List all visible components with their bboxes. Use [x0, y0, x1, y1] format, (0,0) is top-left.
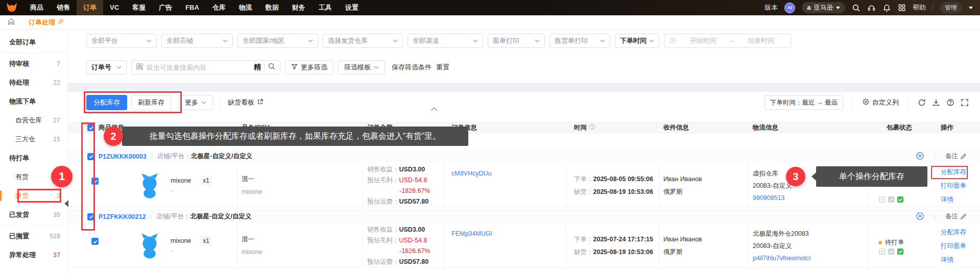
nav-item-ads[interactable]: 广告 [152, 0, 179, 15]
sidebar-group-logistics-order[interactable]: 物流下单 [0, 92, 67, 111]
count-badge: 7 [57, 60, 60, 67]
search-icon[interactable] [852, 4, 861, 12]
order-number-link[interactable]: cM8VHcyDUu [451, 167, 561, 180]
order-number-link[interactable]: FEMp34MUGl [451, 228, 561, 240]
sidebar-item-pending-review[interactable]: 待审核 7 [0, 54, 67, 73]
print-label-link[interactable]: 打印面单 [941, 239, 976, 253]
sidebar-item-on-hold[interactable]: 已搁置 518 [0, 227, 67, 245]
detail-link[interactable]: 详情 [941, 253, 976, 267]
country-select[interactable]: 全部国家/地区 [237, 34, 318, 48]
refresh-stock-button[interactable]: 刷新库存 [131, 95, 171, 110]
marketplace-selector[interactable]: a 亚马逊 [802, 2, 845, 13]
exact-match-toggle[interactable]: 精 [254, 63, 261, 72]
ai-assistant-button[interactable]: AI [784, 3, 795, 13]
more-filters-button[interactable]: 更多筛选 [285, 60, 333, 74]
help-label[interactable]: 帮助 [913, 3, 926, 12]
help-circle-icon[interactable] [946, 98, 954, 107]
sort-order-button[interactable]: 下单时间：最近 → 最远 [764, 95, 843, 110]
search-icon[interactable] [268, 62, 276, 72]
sidebar-collapse-arrow-icon[interactable] [64, 200, 68, 207]
export-download-icon[interactable] [932, 98, 940, 107]
pin-icon[interactable] [57, 18, 64, 27]
allocate-stock-button[interactable]: 分配库存 [86, 95, 127, 110]
warehouse-select[interactable]: 选择发货仓库 [323, 34, 403, 48]
add-circle-icon[interactable] [916, 212, 924, 222]
annotation-step-1: 1 [51, 166, 73, 187]
sale-label: 销售收益： [367, 164, 399, 175]
nav-item-fba[interactable]: FBA [179, 0, 206, 15]
headset-icon[interactable] [867, 4, 876, 12]
channel-select[interactable]: 全部渠道 [408, 34, 483, 48]
nav-item-orders[interactable]: 订单 [77, 0, 103, 15]
divider [0, 225, 67, 226]
chevron-down-icon[interactable] [969, 7, 973, 11]
sku-code: mixone [242, 186, 358, 198]
nav-item-finance[interactable]: 财务 [285, 0, 312, 15]
more-actions-button[interactable]: 更多 [178, 95, 213, 110]
detail-link[interactable]: 详情 [941, 193, 976, 207]
sidebar-item-pending-process[interactable]: 待处理 22 [0, 73, 67, 92]
package-id-link[interactable]: P1ZUKKK00003 [99, 153, 147, 160]
top-nav: 商品 销售 订单 VC 客服 广告 FBA 仓库 物流 数据 财务 工具 设置 … [0, 0, 980, 15]
sidebar-item-shipped[interactable]: 已发货 35 [0, 205, 67, 224]
nav-item-logistics[interactable]: 物流 [232, 0, 259, 15]
sidebar-item-all-orders[interactable]: 全部订单 [0, 33, 67, 52]
header-package-status: 包裹状态 [868, 123, 935, 132]
date-range-input[interactable]: 开始时间 ~ 结束时间 [664, 34, 791, 48]
nav-item-tools[interactable]: 工具 [312, 0, 339, 15]
store-select[interactable]: 全部店铺 [161, 34, 233, 48]
apps-grid-icon[interactable] [898, 4, 906, 12]
sidebar-item-own-warehouse[interactable]: 自营仓库 27 [0, 111, 67, 130]
reset-filter-button[interactable]: 重置 [436, 63, 449, 72]
row-checkbox[interactable] [87, 213, 94, 220]
filter-template-button[interactable]: 筛选模板 [338, 60, 385, 74]
ordered-time: 2025-08-05 09:55:06 [593, 173, 653, 186]
profit-label: 预估毛利： [367, 235, 399, 246]
sidebar-item-third-party-warehouse[interactable]: 三方仓 15 [0, 130, 67, 148]
platform-select[interactable]: 全部平台 [86, 34, 157, 48]
print-label-link[interactable]: 打印面单 [941, 179, 976, 193]
select-all-checkbox[interactable] [87, 124, 94, 131]
custom-columns-button[interactable]: 自定义列 [862, 98, 899, 107]
row-checkbox[interactable] [87, 153, 94, 160]
time-type-select[interactable]: 下单时间 [615, 34, 659, 48]
add-circle-icon[interactable] [916, 152, 924, 162]
search-input[interactable] [147, 64, 251, 71]
sidebar-item-exceptions[interactable]: 异常处理 37 [0, 245, 67, 264]
sidebar-item-out-of-stock[interactable]: 缺货 2 [0, 186, 67, 205]
nav-item-warehouse[interactable]: 仓库 [206, 0, 232, 15]
tracking-number-link[interactable]: p4il7ihlu7vfneomotci [753, 252, 864, 264]
nav-item-service[interactable]: 客服 [126, 0, 152, 15]
note-button[interactable]: 备注 [945, 152, 967, 161]
picklist-print-select[interactable]: 拣货单打印 [549, 34, 610, 48]
version-label[interactable]: 版本 [764, 3, 778, 12]
tab-order-processing[interactable]: 订单处理 [22, 18, 70, 27]
nav-item-vc[interactable]: VC [103, 0, 126, 15]
row-checkbox[interactable] [91, 238, 99, 245]
notifications-bell-icon[interactable] [882, 4, 891, 12]
filter-row-1: 全部平台 全部店铺 全部国家/地区 选择发货仓库 全部渠道 [86, 34, 970, 48]
nav-item-products[interactable]: 商品 [23, 0, 50, 15]
package-id-link[interactable]: P1ZFKKK00212 [99, 213, 146, 220]
allocate-stock-link[interactable]: 分配库存 [941, 165, 976, 179]
row-checkbox[interactable] [91, 178, 99, 185]
label-print-select[interactable]: 面单打印 [488, 34, 545, 48]
select-value: 面单打印 [493, 36, 535, 45]
account-button[interactable]: 管理 [940, 2, 962, 14]
fullscreen-icon[interactable] [961, 98, 969, 107]
batch-qr-icon[interactable] [136, 63, 144, 72]
collapse-filters-button[interactable] [431, 104, 438, 113]
order-no-select[interactable]: 订单号 [86, 60, 127, 74]
refresh-icon[interactable] [918, 98, 926, 107]
nav-item-sales[interactable]: 销售 [50, 0, 77, 15]
oos-dashboard-link[interactable]: 缺货看板 [228, 98, 264, 107]
allocate-stock-link[interactable]: 分配库存 [941, 226, 976, 239]
question-circle-icon[interactable] [589, 123, 595, 132]
nav-item-settings[interactable]: 设置 [339, 0, 365, 15]
save-filter-button[interactable]: 保存筛选条件 [392, 63, 432, 72]
tracking-number-link[interactable]: 990908513 [753, 192, 864, 204]
note-button[interactable]: 备注 [945, 212, 967, 221]
sidebar-group-to-print[interactable]: 待打单 [0, 148, 67, 167]
home-tab[interactable] [0, 17, 22, 28]
nav-item-data[interactable]: 数据 [259, 0, 285, 15]
